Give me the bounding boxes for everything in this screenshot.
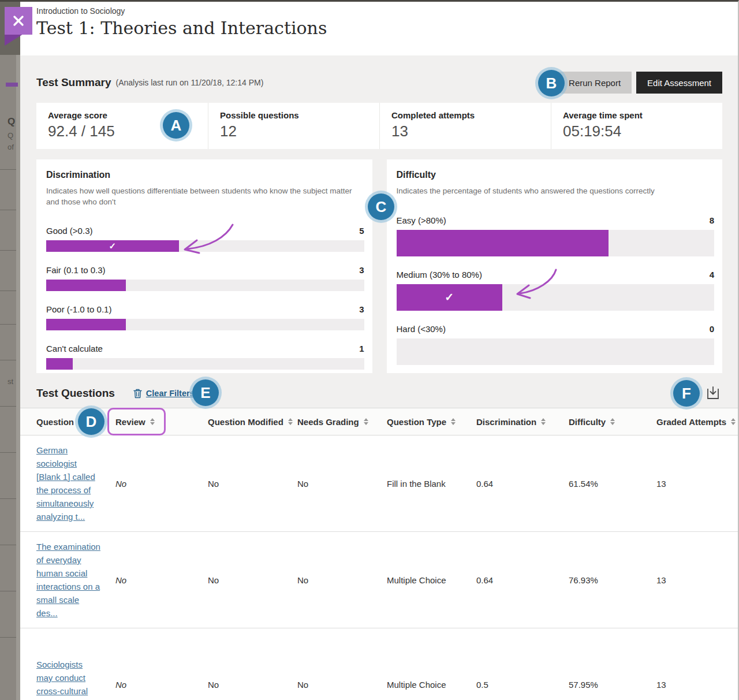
column-header-difficulty[interactable]: Difficulty (569, 417, 656, 427)
difficulty-cell: 57.95% (569, 680, 656, 690)
sort-icon (451, 418, 456, 425)
bar-count-value: 8 (710, 215, 714, 225)
bar-track: ✓ (397, 284, 715, 311)
bar-track (46, 358, 364, 370)
graded-attempts-cell: 13 (656, 575, 738, 585)
stat-completed-attempts: Completed attempts 13 (379, 103, 551, 149)
divider (0, 498, 16, 499)
background-glimpse-text: st (8, 377, 13, 386)
edit-assessment-button[interactable]: Edit Assessment (636, 72, 722, 94)
background-page-edge (16, 55, 20, 700)
chart-description: Indicates the percentage of students who… (397, 185, 714, 196)
column-header-label: Graded Attempts (656, 417, 726, 427)
annotation-badge-d: D (78, 408, 104, 435)
stat-possible-questions: Possible questions 12 (208, 103, 379, 149)
annotation-badge-c: C (368, 193, 394, 220)
background-accent-dash (6, 83, 18, 87)
page-title: Test 1: Theories and Interactions (36, 18, 738, 38)
table-row: Sociologists may conduct cross-cultural … (20, 628, 738, 700)
column-header-label: Discrimination (476, 417, 536, 427)
bar-group: Hard (<30%)0 (397, 324, 715, 365)
bar-track: ✓ (46, 240, 364, 252)
bar-count-value: 5 (359, 226, 364, 236)
bar-fill: ✓ (46, 240, 179, 252)
bar-group: Easy (>80%)8 (397, 215, 715, 256)
rerun-report-button[interactable]: Rerun Report (558, 72, 632, 94)
column-header-question-type[interactable]: Question Type (387, 417, 476, 427)
close-panel-button[interactable] (5, 7, 32, 35)
bar-group: Good (>0.3)5✓ (46, 226, 364, 252)
column-header-label: Question Modified (208, 417, 283, 427)
bar-category-label: Poor (-1.0 to 0.1) (46, 304, 111, 314)
background-glimpse-text: Q (8, 131, 13, 140)
column-header-label: Difficulty (569, 417, 606, 427)
column-header-discrimination[interactable]: Discrimination (476, 417, 569, 427)
download-results-button[interactable] (704, 384, 722, 403)
discrimination-cell: 0.64 (476, 575, 569, 585)
bar-fill (397, 230, 609, 256)
question-link[interactable]: German sociologist [Blank 1] called the … (36, 445, 95, 522)
bar-category-label: Medium (30% to 80%) (397, 270, 482, 280)
test-questions-title: Test Questions (36, 387, 115, 400)
divider (0, 360, 16, 360)
sort-icon (610, 418, 615, 425)
bar-count-value: 1 (359, 344, 364, 353)
discrimination-cell: 0.64 (476, 479, 569, 489)
table-row: German sociologist [Blank 1] called the … (20, 435, 738, 532)
close-button-fold (5, 34, 23, 46)
type-cell: Multiple Choice (387, 680, 476, 690)
bar-category-label: Can't calculate (46, 344, 103, 353)
bar-category-label: Fair (0.1 to 0.3) (46, 265, 106, 275)
bar-fill (46, 358, 73, 370)
column-header-label: Question (36, 417, 74, 427)
modified-cell: No (208, 479, 297, 489)
checkmark-icon: ✓ (445, 291, 454, 304)
background-glimpse-text: Q (8, 116, 15, 128)
needs-grading-cell: No (297, 680, 387, 690)
close-icon (12, 14, 25, 27)
annotation-badge-e: E (192, 379, 219, 406)
sort-icon (288, 418, 293, 425)
breadcrumb-course-name: Introduction to Sociology (36, 6, 738, 16)
bar-count-value: 3 (359, 265, 364, 275)
annotation-badge-b: B (538, 70, 565, 96)
bar-track (397, 338, 715, 365)
modified-cell: No (208, 680, 297, 690)
clear-filters-link[interactable]: Clear Filters (133, 389, 195, 399)
column-header-question-modified[interactable]: Question Modified (208, 417, 297, 427)
divider (0, 406, 16, 407)
dimmed-background-page: Q Q of st (0, 2, 20, 700)
difficulty-cell: 76.93% (569, 575, 656, 585)
column-header-label: Needs Grading (297, 417, 359, 427)
question-cell: Sociologists may conduct cross-cultural … (36, 650, 115, 700)
annotation-badge-f: F (673, 380, 700, 407)
bar-track (46, 319, 364, 330)
checkmark-icon: ✓ (109, 241, 116, 251)
review-cell: No (115, 479, 208, 489)
divider (0, 250, 16, 251)
column-header-needs-grading[interactable]: Needs Grading (297, 417, 387, 427)
bar-fill (46, 319, 126, 330)
difficulty-cell: 61.54% (569, 479, 656, 489)
question-link[interactable]: Sociologists may conduct cross-cultural … (36, 660, 89, 700)
type-cell: Multiple Choice (387, 575, 476, 585)
bar-group: Fair (0.1 to 0.3)3 (46, 265, 364, 291)
question-link[interactable]: The examination of everyday human social… (36, 542, 100, 618)
bar-track (397, 230, 715, 256)
column-header-graded-attempts[interactable]: Graded Attempts (656, 417, 738, 427)
bar-group: Can't calculate1 (46, 344, 364, 370)
divider (0, 545, 16, 545)
bar-count-value: 3 (359, 304, 364, 314)
divider (0, 210, 16, 210)
download-icon (705, 385, 721, 401)
sort-icon (731, 418, 736, 425)
divider (0, 452, 16, 453)
divider (0, 291, 16, 291)
needs-grading-cell: No (297, 575, 387, 585)
review-cell: No (115, 575, 208, 585)
assessment-analysis-panel: Introduction to Sociology Test 1: Theori… (20, 2, 738, 700)
chart-title: Difficulty (397, 170, 715, 180)
bar-fill (46, 280, 126, 291)
review-cell: No (115, 680, 208, 690)
divider (0, 324, 16, 325)
